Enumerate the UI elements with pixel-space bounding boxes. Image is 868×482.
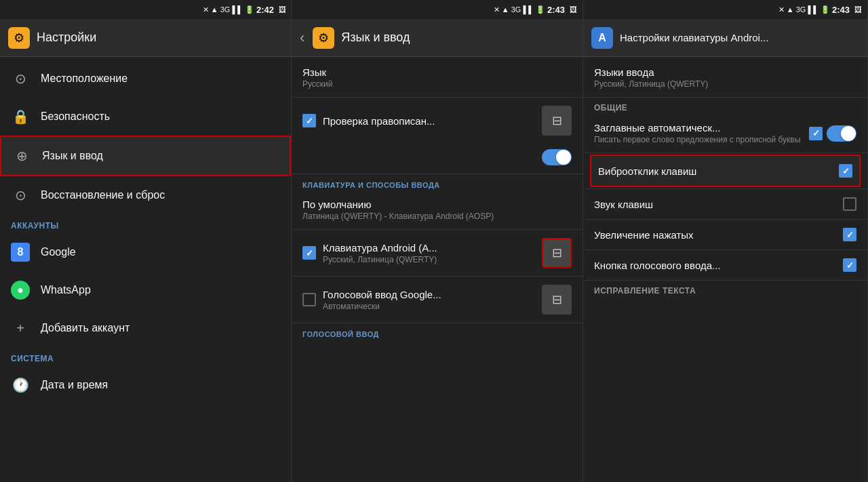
vibro-title: Виброотклик клавиш <box>598 165 833 177</box>
android-keyboard-settings-icon: ⊟ <box>552 245 562 260</box>
left-settings-list: ⊙ Местоположение 🔒 Безопасность ⊕ Язык и… <box>0 57 291 482</box>
settings-header-icon: ⚙ <box>8 27 30 49</box>
sim-icon: ✕ <box>203 5 209 14</box>
add-account-label: Добавить аккаунт <box>41 322 130 334</box>
zoom-checkbox[interactable] <box>843 228 856 241</box>
mid-language-content: Язык Русский <box>302 66 572 89</box>
google-label: Google <box>41 246 76 258</box>
dict-toggle[interactable] <box>542 149 572 165</box>
divider-2 <box>292 174 583 174</box>
back-chevron-icon[interactable]: ‹ <box>300 29 304 47</box>
google-voice-title: Голосовой ввод Google... <box>323 289 535 300</box>
right-divider-2 <box>583 153 867 153</box>
security-icon: 🔒 <box>11 107 30 126</box>
signal-icon-mid: ▌▌ <box>523 5 534 14</box>
zoom-header: Увеличение нажатых <box>594 228 856 241</box>
android-keyboard-subtitle: Русский, Латиница (QWERTY) <box>323 255 535 264</box>
vibro-inner[interactable]: Виброотклик клавиш <box>591 156 859 186</box>
mid-item-dict[interactable] <box>292 142 583 172</box>
settings-item-language[interactable]: ⊕ Язык и ввод <box>0 136 291 176</box>
right-settings-list: Языки ввода Русский, Латиница (QWERTY) О… <box>583 57 867 482</box>
divider-4 <box>292 276 583 277</box>
right-divider-6 <box>583 280 867 281</box>
zoom-title: Увеличение нажатых <box>594 229 837 241</box>
default-keyboard-subtitle: Латиница (QWERTY) - Клавиатура Android (… <box>302 212 572 221</box>
location-icon: ⊙ <box>11 69 30 88</box>
status-bar-right: ✕ ▲ 3G ▌▌ 🔋 2:43 🖼 <box>583 0 867 19</box>
mid-item-android-keyboard[interactable]: Клавиатура Android (А... Русский, Латини… <box>292 231 583 275</box>
auto-caps-checkbox[interactable] <box>809 127 823 140</box>
android-keyboard-checkbox[interactable] <box>302 246 316 260</box>
sound-checkbox[interactable] <box>843 197 856 211</box>
android-keyboard-content: Клавиатура Android (А... Русский, Латини… <box>323 242 535 264</box>
auto-caps-toggle-knob <box>841 126 856 141</box>
input-languages-title: Языки ввода <box>594 66 851 78</box>
status-time-left: 2:42 <box>256 5 274 15</box>
security-label: Безопасность <box>41 111 110 123</box>
photo-icon-mid: 🖼 <box>570 5 577 14</box>
mid-item-google-voice[interactable]: Голосовой ввод Google... Автоматически ⊟ <box>292 278 583 321</box>
settings-item-whatsapp[interactable]: ● WhatsApp <box>0 271 291 309</box>
default-keyboard-content: По умолчанию Латиница (QWERTY) - Клавиат… <box>302 199 572 221</box>
settings-item-recovery[interactable]: ⊙ Восстановление и сброс <box>0 176 291 214</box>
settings-item-security[interactable]: 🔒 Безопасность <box>0 98 291 136</box>
spellcheck-settings-btn[interactable]: ⊟ <box>542 106 572 136</box>
voice-btn-header: Кнопка голосового ввода... <box>594 258 856 272</box>
settings-item-google[interactable]: 8 Google <box>0 233 291 271</box>
right-item-zoom[interactable]: Увеличение нажатых <box>583 221 867 248</box>
battery-icon: 🔋 <box>245 5 254 14</box>
spellcheck-checkbox[interactable] <box>302 114 316 127</box>
settings-item-location[interactable]: ⊙ Местоположение <box>0 60 291 98</box>
settings-item-datetime[interactable]: 🕐 Дата и время <box>0 366 291 404</box>
datetime-icon: 🕐 <box>11 376 30 395</box>
wifi-icon-right: ▲ <box>787 5 794 14</box>
default-keyboard-title: По умолчанию <box>302 199 572 210</box>
input-languages-subtitle: Русский, Латиница (QWERTY) <box>594 79 856 89</box>
sound-header: Звук клавиш <box>594 197 856 211</box>
mid-item-spellcheck[interactable]: Проверка правописан... ⊟ <box>292 99 583 142</box>
right-divider-1 <box>583 97 867 98</box>
auto-caps-controls <box>809 125 856 142</box>
mid-header-title: Язык и ввод <box>341 31 410 45</box>
mid-settings-list: Язык Русский Проверка правописан... ⊟ КЛ… <box>292 57 583 482</box>
google-voice-settings-btn[interactable]: ⊟ <box>542 285 572 315</box>
settings-item-add-account[interactable]: + Добавить аккаунт <box>0 309 291 347</box>
battery-icon-mid: 🔋 <box>536 5 545 14</box>
sim-icon-mid: ✕ <box>494 5 500 14</box>
google-voice-settings-icon: ⊟ <box>552 292 562 307</box>
auto-caps-subtitle: Писать первое слово предложения с пропис… <box>594 135 800 144</box>
sim-icon-right: ✕ <box>778 5 785 14</box>
add-account-icon: + <box>11 319 30 338</box>
vibro-checkbox[interactable] <box>839 164 852 178</box>
mid-header-icon: ⚙ <box>313 27 334 49</box>
right-item-sound[interactable]: Звук клавиш <box>583 190 867 218</box>
sound-title: Звук клавиш <box>594 199 837 210</box>
mid-item-default-keyboard[interactable]: По умолчанию Латиница (QWERTY) - Клавиат… <box>292 192 583 228</box>
right-item-auto-caps[interactable]: Заглавные автоматическ... Писать первое … <box>583 115 867 151</box>
section-voice: ГОЛОСОВОЙ ВВОД <box>292 325 583 341</box>
android-header-icon: A <box>591 27 613 49</box>
right-header: A Настройки клавиатуры Androi... <box>583 19 867 57</box>
section-system: СИСТЕМА <box>0 347 291 366</box>
google-voice-checkbox[interactable] <box>302 293 316 306</box>
voice-btn-checkbox[interactable] <box>843 258 856 272</box>
left-header: ⚙ Настройки <box>0 19 291 57</box>
status-bar-mid: ✕ ▲ 3G ▌▌ 🔋 2:43 🖼 <box>292 0 583 19</box>
wifi-icon-mid: ▲ <box>502 5 509 14</box>
auto-caps-toggle[interactable] <box>827 125 856 142</box>
mid-item-language[interactable]: Язык Русский <box>292 60 583 96</box>
photo-icon-right: 🖼 <box>854 5 862 14</box>
right-divider-5 <box>583 249 867 250</box>
status-bar-left: ✕ ▲ 3G ▌▌ 🔋 2:42 🖼 <box>0 0 292 19</box>
right-item-voice-btn[interactable]: Кнопка голосового ввода... <box>583 252 867 279</box>
network-icon: 3G <box>220 5 231 14</box>
google-icon: 8 <box>11 243 30 262</box>
status-icons-mid: ✕ ▲ 3G ▌▌ 🔋 2:43 🖼 <box>494 5 577 15</box>
wifi-icon: ▲ <box>211 5 218 14</box>
datetime-label: Дата и время <box>41 379 108 391</box>
divider-3 <box>292 229 583 230</box>
android-keyboard-settings-btn[interactable]: ⊟ <box>542 238 572 268</box>
network-icon-mid: 3G <box>511 5 521 14</box>
photo-icon: 🖼 <box>279 5 286 14</box>
right-item-input-languages[interactable]: Языки ввода Русский, Латиница (QWERTY) <box>583 60 867 96</box>
